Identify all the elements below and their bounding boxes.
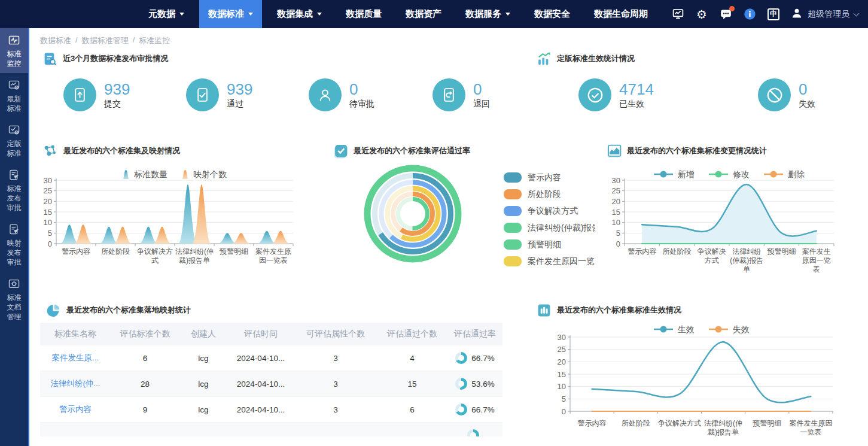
standard-set-link[interactable]: 案件发生原... <box>40 353 111 363</box>
chart-title: 最近发布的六个标准集标准生效情况 <box>537 302 864 318</box>
column-header: 评估通过率 <box>447 329 502 339</box>
sidebar-item-label: 标准 <box>7 49 22 59</box>
legend-swatch <box>504 239 522 250</box>
table-cell: lcg <box>179 405 227 414</box>
nav-tab[interactable]: 元数据 <box>139 0 193 28</box>
nav-tab[interactable]: 数据安全 <box>525 0 579 28</box>
standards-change-chart-panel: 最近发布的六个标准集标准变更情况统计 新增修改删除 051015202530 警… <box>607 143 868 300</box>
stat-已生效: 4714已生效 <box>578 78 654 111</box>
chevron-down-icon <box>505 13 510 16</box>
svg-text:15: 15 <box>558 370 566 379</box>
nav-tab-label: 数据生命周期 <box>594 8 648 20</box>
monitor-chart-icon[interactable] <box>671 8 684 21</box>
legend-item-案件发生原因一览表[interactable]: 案件发生原因一览表 <box>504 256 595 266</box>
column-header: 评估通过个数 <box>377 329 447 339</box>
sidebar-item-定版标准[interactable]: 定版标准 <box>0 118 28 163</box>
x-axis-label: 法律纠纷(仲裁)报告单 <box>175 247 214 265</box>
legend-item-争议解决方式[interactable]: 争议解决方式 <box>504 206 595 216</box>
chart-title-text: 最近发布的六个标准集标准生效情况 <box>557 305 681 315</box>
doc-check-icon <box>186 78 219 111</box>
chevron-down-icon <box>854 10 860 16</box>
nav-tab-label: 元数据 <box>148 8 175 20</box>
doc-search-icon <box>42 51 57 66</box>
table-cell: lcg <box>179 354 227 363</box>
gear-icon[interactable]: ⚙ <box>695 8 708 21</box>
table-title: 最近发布的六个标准集落地映射统计 <box>46 302 504 318</box>
sidebar-item-label: 审批 <box>7 203 22 213</box>
pass-rate-donut <box>467 429 479 436</box>
side-chart-gear-icon <box>8 79 20 92</box>
breadcrumb-item[interactable]: 数据标准 <box>40 35 71 46</box>
circle-check-icon <box>578 78 611 111</box>
breadcrumb-item[interactable]: 数据标准管理 <box>82 35 129 46</box>
notification-badge <box>729 6 735 11</box>
breadcrumb-item[interactable]: 标准监控 <box>139 35 170 46</box>
user-icon <box>791 7 803 21</box>
top-navbar: 元数据数据标准数据集成数据质量数据资产数据服务数据安全数据生命周期 ⚙中超级管理… <box>0 0 868 28</box>
side-check-gear-icon <box>8 124 20 136</box>
trend-chart-icon <box>537 51 552 66</box>
x-axis-label: 争议解决方式 <box>657 419 701 437</box>
stat-label: 待审批 <box>349 99 374 110</box>
sidebar-item-标准监控[interactable]: 标准监控 <box>0 28 28 73</box>
legend-item-所处阶段[interactable]: 所处阶段 <box>504 189 595 199</box>
stat-label: 提交 <box>104 99 130 110</box>
chart-title-text: 最近发布的六个标准集标准变更情况统计 <box>627 145 767 156</box>
nav-tab[interactable]: 数据集成 <box>268 0 331 28</box>
stat-value: 939 <box>227 81 252 98</box>
stat-待审批: 0待审批 <box>309 78 374 111</box>
nav-tab-label: 数据资产 <box>406 8 441 20</box>
standard-set-link[interactable]: 法律纠纷(仲... <box>40 378 111 389</box>
standard-set-link[interactable]: 警示内容 <box>40 404 111 415</box>
nav-tab-label: 数据质量 <box>346 8 382 20</box>
legend-item-预警明细[interactable]: 预警明细 <box>504 239 595 250</box>
svg-text:30: 30 <box>612 177 620 185</box>
info-icon[interactable] <box>743 8 756 21</box>
chevron-down-icon <box>179 13 184 16</box>
legend-swatch <box>504 172 522 183</box>
sidebar-item-标准发布审批[interactable]: 标准发布审批 <box>0 163 28 217</box>
sidebar-item-映射发布审批[interactable]: 映射发布审批 <box>0 217 28 272</box>
table-title-text: 最近发布的六个标准集落地映射统计 <box>66 305 191 315</box>
pass-rate-value: 53.6% <box>471 380 494 389</box>
table-row[interactable]: 法律纠纷(仲...28lcg2024-04-10...31553.6% <box>40 371 502 397</box>
user-menu[interactable]: 超级管理员 <box>791 7 858 21</box>
table-cell: 15 <box>377 380 447 389</box>
svg-text:10: 10 <box>612 218 620 227</box>
x-axis-labels: 警示内容所处阶段争议解决方式法律纠纷(仲裁)报告单预警明细案件发生原因一览表 <box>625 247 834 274</box>
svg-text:20: 20 <box>612 197 620 206</box>
svg-text:10: 10 <box>558 382 566 391</box>
nav-tab[interactable]: 数据生命周期 <box>585 0 657 28</box>
language-icon[interactable]: 中 <box>767 8 780 21</box>
section-title: 定版标准生效统计情况 <box>557 53 635 64</box>
column-header: 评估标准个数 <box>111 329 179 339</box>
table-row[interactable]: 案件发生原...6lcg2024-04-10...3466.7% <box>40 345 502 371</box>
sidebar-item-label: 标准 <box>7 104 22 113</box>
stat-value: 4714 <box>619 81 654 98</box>
message-icon[interactable] <box>719 8 732 21</box>
chart-title: 最近发布的六个标准集评估通过率 <box>333 143 620 159</box>
bar-chart-icon <box>537 303 552 318</box>
legend-label: 案件发生原因一览表 <box>528 256 595 267</box>
legend-item-法律纠纷(仲裁)报告单[interactable]: 法律纠纷(仲裁)报告单 <box>504 223 595 233</box>
sidebar-item-最新标准[interactable]: 最新标准 <box>0 73 28 118</box>
svg-text:15: 15 <box>44 208 52 217</box>
table-cell: 9 <box>111 405 179 414</box>
x-axis-label: 所处阶段 <box>659 247 694 274</box>
legend-item-警示内容[interactable]: 警示内容 <box>504 172 595 183</box>
scatter-icon <box>43 144 58 159</box>
sidebar-item-label: 发布 <box>7 193 22 203</box>
nav-tab[interactable]: 数据资产 <box>397 0 450 28</box>
sidebar-item-label: 发布 <box>7 248 22 257</box>
table-row[interactable] <box>40 423 502 436</box>
nav-tab[interactable]: 数据服务 <box>456 0 519 28</box>
side-doc-send-icon <box>8 223 20 236</box>
svg-text:5: 5 <box>48 229 52 238</box>
nav-tab-label: 数据服务 <box>465 8 501 20</box>
sidebar-item-标准文档管理[interactable]: 标准文档管理 <box>0 272 28 326</box>
stat-texts: 4714已生效 <box>619 81 654 110</box>
table-row[interactable]: 警示内容9lcg2024-04-10...3666.7% <box>40 397 502 423</box>
nav-tab[interactable]: 数据标准 <box>199 0 262 28</box>
nav-tab[interactable]: 数据质量 <box>337 0 391 28</box>
sidebar: 标准监控最新标准定版标准标准发布审批映射发布审批标准文档管理 <box>0 28 29 446</box>
